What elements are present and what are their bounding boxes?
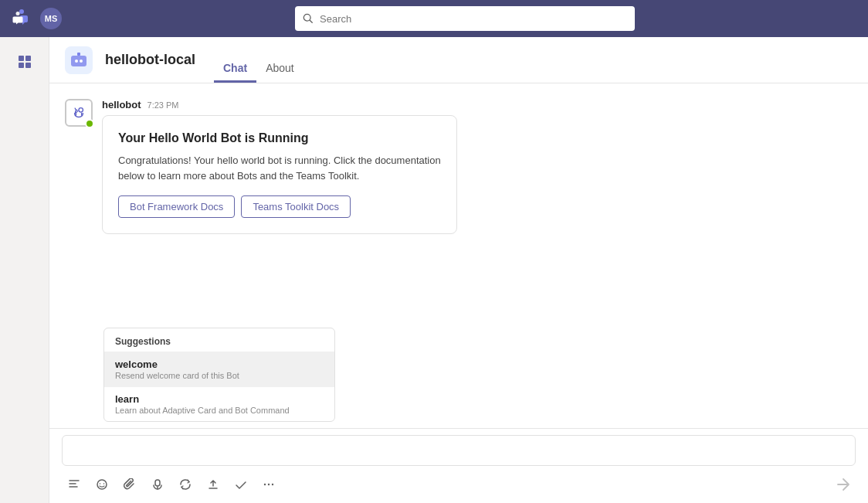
- chat-input-area: [49, 428, 868, 503]
- audio-icon[interactable]: [145, 472, 170, 497]
- approve-icon[interactable]: [229, 472, 253, 497]
- upload-icon[interactable]: [201, 472, 225, 497]
- attach-icon[interactable]: [117, 472, 142, 497]
- tab-chat[interactable]: Chat: [214, 37, 256, 83]
- suggestion-welcome[interactable]: welcome Resend welcome card of this Bot: [104, 352, 334, 386]
- input-toolbar: [62, 472, 856, 497]
- teams-logo: [9, 8, 31, 29]
- chat-messages: hellobot 7:23 PM Your Hello World Bot is…: [49, 83, 868, 328]
- card-actions: Bot Framework Docs Teams Toolkit Docs: [118, 195, 441, 218]
- svg-point-13: [97, 480, 107, 489]
- chat-tabs: Chat About: [214, 37, 303, 83]
- svg-point-15: [103, 483, 105, 484]
- sender-name: hellobot: [102, 99, 141, 110]
- svg-point-18: [264, 484, 266, 485]
- online-indicator: [85, 119, 94, 128]
- card-body: Congratulations! Your hello world bot is…: [118, 153, 441, 183]
- suggestion-welcome-command: welcome: [115, 359, 324, 370]
- adaptive-card: Your Hello World Bot is Running Congratu…: [102, 115, 457, 234]
- svg-point-7: [80, 59, 83, 63]
- user-avatar[interactable]: MS: [40, 8, 62, 29]
- svg-point-10: [79, 108, 83, 112]
- svg-rect-1: [19, 56, 24, 61]
- suggestion-learn-description: Learn about Adaptive Card and Bot Comman…: [115, 406, 324, 415]
- suggestions-header: Suggestions: [104, 328, 334, 352]
- send-button[interactable]: [831, 472, 856, 497]
- emoji-icon[interactable]: [90, 472, 114, 497]
- card-title: Your Hello World Bot is Running: [118, 131, 441, 145]
- svg-rect-3: [19, 63, 24, 68]
- format-icon[interactable]: [62, 472, 86, 497]
- svg-point-20: [272, 484, 273, 485]
- more-icon[interactable]: [256, 472, 281, 497]
- suggestion-welcome-description: Resend welcome card of this Bot: [115, 371, 324, 380]
- svg-point-6: [75, 59, 78, 63]
- chat-title: hellobot-local: [105, 52, 195, 68]
- teams-toolkit-docs-button[interactable]: Teams Toolkit Docs: [241, 195, 351, 218]
- suggestion-learn-command: learn: [115, 393, 324, 405]
- content-area: hellobot-local Chat About: [49, 37, 868, 503]
- svg-rect-2: [25, 56, 31, 61]
- search-icon: [303, 13, 314, 24]
- svg-point-14: [100, 483, 101, 484]
- sidebar: [0, 37, 49, 503]
- search-bar[interactable]: [295, 6, 635, 31]
- message-input[interactable]: [62, 435, 856, 466]
- bot-icon: [65, 46, 93, 74]
- topbar: MS: [0, 0, 868, 37]
- svg-rect-5: [71, 56, 86, 66]
- message-content: hellobot 7:23 PM Your Hello World Bot is…: [102, 99, 853, 234]
- svg-point-19: [268, 484, 270, 485]
- message-meta: hellobot 7:23 PM: [102, 99, 853, 110]
- suggestions-box: Suggestions welcome Resend welcome card …: [103, 328, 335, 422]
- loop-icon[interactable]: [173, 472, 198, 497]
- bot-framework-docs-button[interactable]: Bot Framework Docs: [118, 195, 235, 218]
- sidebar-item-apps[interactable]: [6, 43, 43, 80]
- suggestions-area: Suggestions welcome Resend welcome card …: [49, 328, 868, 428]
- message-time: 7:23 PM: [147, 100, 179, 110]
- main-area: hellobot-local Chat About: [0, 37, 868, 503]
- svg-rect-4: [25, 63, 31, 68]
- message-group: hellobot 7:23 PM Your Hello World Bot is…: [65, 99, 853, 234]
- tab-about[interactable]: About: [256, 37, 303, 83]
- bot-avatar-container: [65, 99, 93, 127]
- suggestion-learn[interactable]: learn Learn about Adaptive Card and Bot …: [104, 386, 334, 421]
- svg-rect-16: [155, 480, 160, 486]
- chat-header: hellobot-local Chat About: [49, 37, 868, 83]
- search-input[interactable]: [320, 13, 627, 25]
